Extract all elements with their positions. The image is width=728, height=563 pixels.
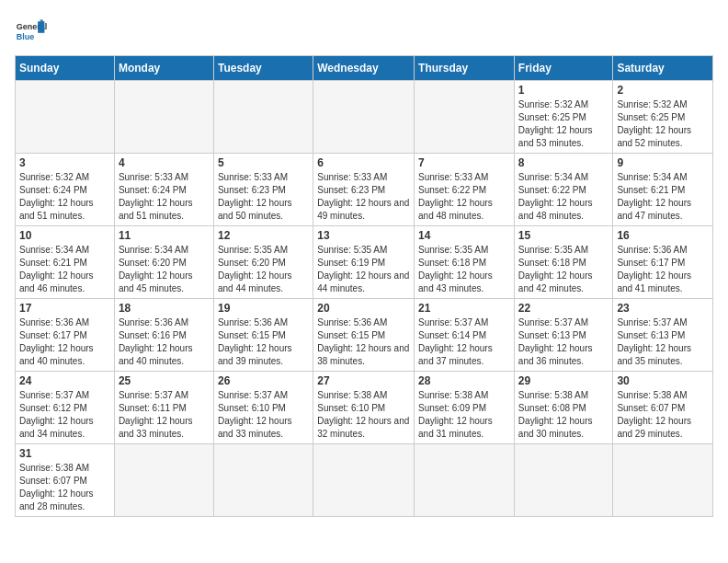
- day-info: Sunrise: 5:36 AM Sunset: 6:15 PM Dayligh…: [317, 316, 410, 368]
- day-number: 13: [317, 229, 410, 242]
- day-number: 31: [19, 447, 110, 460]
- day-info: Sunrise: 5:35 AM Sunset: 6:19 PM Dayligh…: [317, 244, 410, 295]
- calendar-cell: [313, 444, 415, 517]
- calendar-cell: 7Sunrise: 5:33 AM Sunset: 6:22 PM Daylig…: [415, 154, 515, 226]
- calendar-cell: [213, 81, 313, 154]
- day-number: 7: [418, 156, 510, 169]
- day-info: Sunrise: 5:37 AM Sunset: 6:12 PM Dayligh…: [19, 389, 110, 441]
- day-info: Sunrise: 5:33 AM Sunset: 6:23 PM Dayligh…: [218, 171, 309, 223]
- day-header-saturday: Saturday: [613, 56, 713, 81]
- calendar-cell: 31Sunrise: 5:38 AM Sunset: 6:07 PM Dayli…: [16, 444, 115, 517]
- calendar-cell: [114, 81, 213, 154]
- calendar-cell: 15Sunrise: 5:35 AM Sunset: 6:18 PM Dayli…: [514, 226, 613, 299]
- calendar-cell: [213, 444, 313, 517]
- day-info: Sunrise: 5:36 AM Sunset: 6:17 PM Dayligh…: [19, 316, 110, 368]
- calendar-cell: 2Sunrise: 5:32 AM Sunset: 6:25 PM Daylig…: [613, 81, 713, 154]
- day-number: 14: [418, 229, 510, 242]
- calendar-cell: 4Sunrise: 5:33 AM Sunset: 6:24 PM Daylig…: [114, 154, 213, 226]
- calendar-cell: 1Sunrise: 5:32 AM Sunset: 6:25 PM Daylig…: [514, 81, 613, 154]
- calendar-table: SundayMondayTuesdayWednesdayThursdayFrid…: [15, 55, 713, 517]
- calendar-cell: 19Sunrise: 5:36 AM Sunset: 6:15 PM Dayli…: [213, 299, 313, 372]
- calendar-cell: 13Sunrise: 5:35 AM Sunset: 6:19 PM Dayli…: [313, 226, 415, 299]
- day-info: Sunrise: 5:32 AM Sunset: 6:25 PM Dayligh…: [617, 98, 709, 150]
- calendar-cell: 10Sunrise: 5:34 AM Sunset: 6:21 PM Dayli…: [16, 226, 115, 299]
- calendar-cell: 30Sunrise: 5:38 AM Sunset: 6:07 PM Dayli…: [613, 372, 713, 444]
- calendar-cell: 20Sunrise: 5:36 AM Sunset: 6:15 PM Dayli…: [313, 299, 415, 372]
- day-number: 6: [317, 156, 410, 169]
- day-info: Sunrise: 5:38 AM Sunset: 6:09 PM Dayligh…: [418, 389, 510, 441]
- day-number: 10: [19, 229, 110, 242]
- calendar-cell: 21Sunrise: 5:37 AM Sunset: 6:14 PM Dayli…: [415, 299, 515, 372]
- calendar-week-6: 31Sunrise: 5:38 AM Sunset: 6:07 PM Dayli…: [16, 444, 713, 517]
- calendar-cell: 28Sunrise: 5:38 AM Sunset: 6:09 PM Dayli…: [415, 372, 515, 444]
- day-info: Sunrise: 5:36 AM Sunset: 6:17 PM Dayligh…: [617, 244, 709, 295]
- calendar-week-2: 3Sunrise: 5:32 AM Sunset: 6:24 PM Daylig…: [16, 154, 713, 226]
- day-info: Sunrise: 5:33 AM Sunset: 6:23 PM Dayligh…: [317, 171, 410, 223]
- day-info: Sunrise: 5:34 AM Sunset: 6:21 PM Dayligh…: [19, 244, 110, 295]
- calendar-cell: [415, 81, 515, 154]
- calendar-cell: [514, 444, 613, 517]
- logo-icon: General Blue: [15, 15, 48, 48]
- day-number: 17: [19, 302, 110, 315]
- day-info: Sunrise: 5:34 AM Sunset: 6:20 PM Dayligh…: [119, 244, 210, 295]
- day-number: 4: [119, 156, 210, 169]
- calendar-cell: 14Sunrise: 5:35 AM Sunset: 6:18 PM Dayli…: [415, 226, 515, 299]
- calendar-cell: 23Sunrise: 5:37 AM Sunset: 6:13 PM Dayli…: [613, 299, 713, 372]
- day-number: 11: [119, 229, 210, 242]
- calendar-cell: [114, 444, 213, 517]
- day-number: 1: [518, 84, 609, 97]
- day-info: Sunrise: 5:38 AM Sunset: 6:07 PM Dayligh…: [617, 389, 709, 441]
- day-number: 20: [317, 302, 410, 315]
- calendar-cell: [313, 81, 415, 154]
- calendar-cell: 16Sunrise: 5:36 AM Sunset: 6:17 PM Dayli…: [613, 226, 713, 299]
- day-number: 16: [617, 229, 709, 242]
- day-info: Sunrise: 5:34 AM Sunset: 6:22 PM Dayligh…: [518, 171, 609, 223]
- day-info: Sunrise: 5:36 AM Sunset: 6:16 PM Dayligh…: [119, 316, 210, 368]
- day-number: 18: [119, 302, 210, 315]
- calendar-week-5: 24Sunrise: 5:37 AM Sunset: 6:12 PM Dayli…: [16, 372, 713, 444]
- day-info: Sunrise: 5:32 AM Sunset: 6:25 PM Dayligh…: [518, 98, 609, 150]
- calendar-header-row: SundayMondayTuesdayWednesdayThursdayFrid…: [16, 56, 713, 81]
- calendar-week-4: 17Sunrise: 5:36 AM Sunset: 6:17 PM Dayli…: [16, 299, 713, 372]
- calendar-cell: 11Sunrise: 5:34 AM Sunset: 6:20 PM Dayli…: [114, 226, 213, 299]
- day-info: Sunrise: 5:38 AM Sunset: 6:10 PM Dayligh…: [317, 389, 410, 441]
- day-info: Sunrise: 5:35 AM Sunset: 6:18 PM Dayligh…: [418, 244, 510, 295]
- day-info: Sunrise: 5:37 AM Sunset: 6:13 PM Dayligh…: [518, 316, 609, 368]
- calendar-cell: 5Sunrise: 5:33 AM Sunset: 6:23 PM Daylig…: [213, 154, 313, 226]
- calendar-cell: [16, 81, 115, 154]
- day-info: Sunrise: 5:37 AM Sunset: 6:13 PM Dayligh…: [617, 316, 709, 368]
- logo: General Blue: [15, 15, 51, 48]
- day-number: 22: [518, 302, 609, 315]
- day-number: 30: [617, 374, 709, 387]
- day-number: 21: [418, 302, 510, 315]
- calendar-cell: [613, 444, 713, 517]
- day-info: Sunrise: 5:38 AM Sunset: 6:07 PM Dayligh…: [19, 462, 110, 513]
- day-number: 28: [418, 374, 510, 387]
- day-number: 9: [617, 156, 709, 169]
- day-number: 19: [218, 302, 309, 315]
- day-info: Sunrise: 5:33 AM Sunset: 6:22 PM Dayligh…: [418, 171, 510, 223]
- calendar-cell: 12Sunrise: 5:35 AM Sunset: 6:20 PM Dayli…: [213, 226, 313, 299]
- calendar-cell: 25Sunrise: 5:37 AM Sunset: 6:11 PM Dayli…: [114, 372, 213, 444]
- calendar-cell: 17Sunrise: 5:36 AM Sunset: 6:17 PM Dayli…: [16, 299, 115, 372]
- calendar-week-1: 1Sunrise: 5:32 AM Sunset: 6:25 PM Daylig…: [16, 81, 713, 154]
- svg-text:Blue: Blue: [17, 32, 35, 41]
- day-number: 2: [617, 84, 709, 97]
- day-number: 5: [218, 156, 309, 169]
- day-info: Sunrise: 5:38 AM Sunset: 6:08 PM Dayligh…: [518, 389, 609, 441]
- svg-marker-2: [38, 21, 44, 33]
- page-header: General Blue: [15, 15, 713, 48]
- day-number: 24: [19, 374, 110, 387]
- day-info: Sunrise: 5:36 AM Sunset: 6:15 PM Dayligh…: [218, 316, 309, 368]
- day-info: Sunrise: 5:34 AM Sunset: 6:21 PM Dayligh…: [617, 171, 709, 223]
- day-number: 12: [218, 229, 309, 242]
- day-info: Sunrise: 5:35 AM Sunset: 6:18 PM Dayligh…: [518, 244, 609, 295]
- calendar-cell: [415, 444, 515, 517]
- day-number: 25: [119, 374, 210, 387]
- day-header-sunday: Sunday: [16, 56, 115, 81]
- day-number: 27: [317, 374, 410, 387]
- calendar-cell: 26Sunrise: 5:37 AM Sunset: 6:10 PM Dayli…: [213, 372, 313, 444]
- day-header-friday: Friday: [514, 56, 613, 81]
- day-info: Sunrise: 5:37 AM Sunset: 6:10 PM Dayligh…: [218, 389, 309, 441]
- calendar-cell: 6Sunrise: 5:33 AM Sunset: 6:23 PM Daylig…: [313, 154, 415, 226]
